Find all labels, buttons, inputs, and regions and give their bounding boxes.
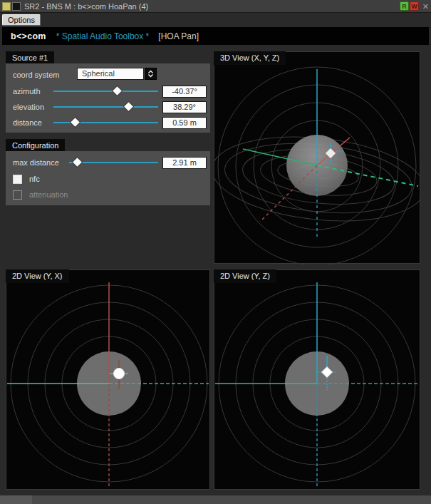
window-title: SR2 - BNS M : b<>com HoaPan (4) [24,0,148,13]
coord-system-select[interactable]: Spherical [77,68,144,80]
options-button[interactable]: Options [2,14,41,26]
distance-slider[interactable] [53,122,158,123]
nfc-label: nfc [29,175,40,183]
titlebar[interactable]: SR2 - BNS M : b<>com HoaPan (4) R W ✕ [0,0,431,13]
elevation-slider[interactable] [53,106,158,108]
view-2d-yz-canvas [214,270,420,489]
automation-read-button[interactable]: R [400,1,409,11]
source-panel: coord system Spherical azimuth -40.37° e… [6,63,210,133]
bcom-logo: b<>com [11,31,46,41]
view-2d-yx-canvas [6,270,209,489]
distance-label: distance [13,118,42,127]
view-2d-yx-panel[interactable]: 2D View (Y, X) [6,269,210,490]
view-3d-panel[interactable]: 3D View (X, Y, Z) [214,51,420,264]
plugin-window: SR2 - BNS M : b<>com HoaPan (4) R W ✕ Op… [0,0,431,504]
chevron-updown-icon [146,69,155,78]
max-distance-slider-handle[interactable] [73,158,82,167]
resize-grip[interactable] [0,495,32,504]
attenuation-label: attenuation [29,190,68,199]
distance-slider-handle[interactable] [71,118,80,127]
close-icon[interactable]: ✕ [422,0,429,13]
app-title: * Spatial Audio Toolbox * [56,31,150,41]
nfc-checkbox[interactable] [13,175,22,184]
azimuth-slider-handle[interactable] [113,86,122,96]
window-bottom-edge [0,495,431,504]
options-bar: Options [0,13,431,27]
distance-value[interactable]: 0.59 m [162,117,207,129]
axes-yz [215,282,419,488]
elevation-value[interactable]: 38.29° [162,101,207,113]
azimuth-value[interactable]: -40.37° [162,86,207,98]
azimuth-slider[interactable] [53,91,158,92]
window-pin-icon[interactable] [12,2,21,11]
window-menu-icon[interactable] [2,2,11,11]
view-3d-tab: 3D View (X, Y, Z) [214,51,286,65]
max-distance-label: max distance [13,158,59,167]
plugin-header: b<>com * Spatial Audio Toolbox * [HOA Pa… [2,27,429,45]
plugin-name: [HOA Pan] [158,31,199,41]
view-2d-yz-tab: 2D View (Y, Z) [214,269,276,283]
azimuth-label: azimuth [13,87,41,96]
attenuation-checkbox [13,190,22,200]
config-panel: max distance 2.91 m nfc attenuation [6,151,210,205]
coord-system-dropdown-button[interactable] [145,68,157,80]
view-2d-yx-tab: 2D View (Y, X) [6,269,69,283]
view-3d-canvas [214,52,421,264]
coord-system-label: coord system [13,71,59,79]
view-2d-yz-panel[interactable]: 2D View (Y, Z) [214,269,420,490]
automation-write-button[interactable]: W [410,1,419,11]
elevation-label: elevation [13,103,44,111]
max-distance-slider[interactable] [69,162,158,163]
elevation-slider-handle[interactable] [124,102,133,111]
max-distance-value[interactable]: 2.91 m [162,157,207,169]
